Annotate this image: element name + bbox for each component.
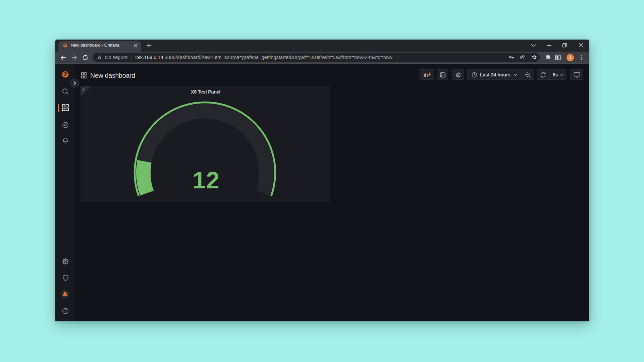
svg-text:i: i <box>83 87 84 91</box>
svg-text:12: 12 <box>193 167 220 193</box>
svg-text:?: ? <box>64 309 67 313</box>
